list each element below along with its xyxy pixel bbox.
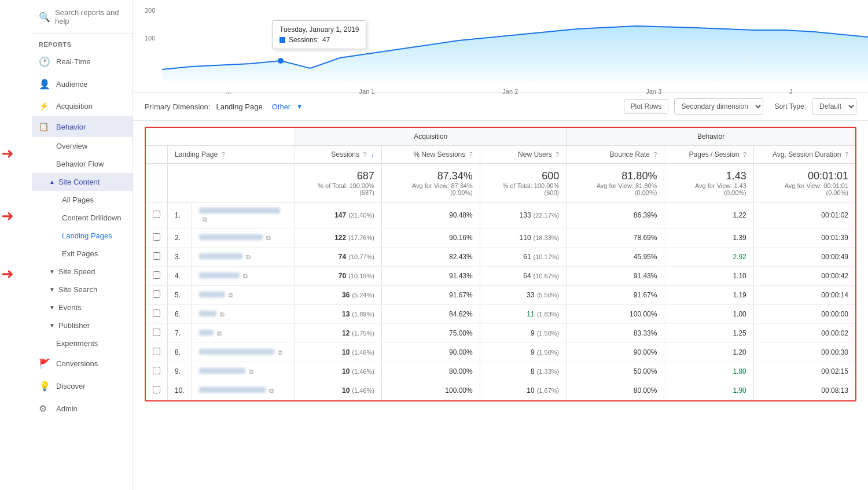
sidebar-subitem-landing-pages[interactable]: Landing Pages	[32, 227, 133, 245]
discover-icon: 💡	[39, 381, 50, 392]
row-sessions: 12(1.75%)	[295, 324, 382, 343]
landing-page-col-header[interactable]: Landing Page ?	[168, 146, 295, 164]
sidebar-subitem-behavior-flow[interactable]: Behavior Flow	[32, 155, 133, 173]
table-row: 3.⧉74(10.77%)82.43%61(10.17%)45.95%2.920…	[146, 248, 855, 267]
row-pct-new-sessions: 90.48%	[381, 202, 480, 229]
row-page[interactable]: ⧉	[192, 248, 295, 267]
row-bounce-rate: 80.00%	[567, 381, 664, 400]
expand-icon-publisher: ▼	[49, 322, 55, 329]
sessions-help-icon[interactable]: ?	[363, 151, 366, 158]
page-link-icon[interactable]: ⧉	[269, 387, 274, 394]
sidebar-parent-site-search[interactable]: ▼ Site Search	[32, 281, 133, 299]
row-checkbox[interactable]	[153, 329, 160, 336]
table-area: Acquisition Behavior Landing Page ? Ses	[133, 121, 868, 490]
row-page[interactable]: ⧉	[192, 286, 295, 305]
row-page[interactable]: ⧉	[192, 381, 295, 400]
page-link-icon[interactable]: ⧉	[243, 272, 248, 279]
page-link-icon[interactable]: ⧉	[246, 253, 251, 260]
sidebar-parent-site-content[interactable]: ▲ Site Content	[32, 173, 133, 191]
row-bounce-rate: 91.67%	[567, 286, 664, 305]
page-link-icon[interactable]: ⧉	[278, 349, 282, 356]
sidebar-parent-site-speed[interactable]: ▼ Site Speed	[32, 263, 133, 281]
x-label-j: J	[789, 88, 793, 95]
sidebar-item-discover[interactable]: 💡 Discover	[32, 375, 133, 397]
page-link-icon[interactable]: ⧉	[220, 311, 225, 318]
sidebar-label-discover: Discover	[56, 382, 86, 390]
pct-new-sessions-col-header[interactable]: % New Sessions ?	[381, 146, 480, 164]
page-link-icon[interactable]: ⧉	[217, 330, 222, 337]
sidebar: 🔍 Search reports and help REPORTS 🕐 Real…	[32, 0, 133, 490]
row-page[interactable]: ⧉	[192, 343, 295, 362]
totals-duration-sub: Avg for View: 00:01:01 (0.00%)	[761, 182, 848, 196]
row-page[interactable]: ⧉	[192, 362, 295, 381]
bounce-rate-col-header[interactable]: Bounce Rate ?	[567, 146, 664, 164]
sidebar-label-realtime: Real-Time	[56, 57, 90, 66]
sidebar-parent-events[interactable]: ▼ Events	[32, 299, 133, 316]
table-row: 10.⧉10(1.46%)100.00%10(1.67%)80.00%1.900…	[146, 381, 855, 400]
search-bar[interactable]: 🔍 Search reports and help	[32, 0, 133, 34]
row-page[interactable]: ⧉	[192, 202, 295, 229]
row-pct-new-sessions: 91.67%	[381, 286, 480, 305]
landing-page-help-icon[interactable]: ?	[221, 151, 225, 158]
sidebar-item-audience[interactable]: 👤 Audience	[32, 73, 133, 95]
sort-label: Sort Type:	[775, 102, 806, 110]
row-new-users: 9(1.50%)	[480, 343, 567, 362]
sort-type-dropdown[interactable]: Default	[812, 98, 856, 115]
sidebar-subitem-overview[interactable]: Overview	[32, 137, 133, 155]
pct-new-sessions-help-icon[interactable]: ?	[469, 151, 473, 158]
row-checkbox[interactable]	[153, 252, 160, 260]
col-headers-row: Landing Page ? Sessions ? ↓ % New Sessio…	[146, 146, 855, 164]
sidebar-subitem-all-pages[interactable]: All Pages	[32, 191, 133, 209]
bounce-rate-label: Bounce Rate	[610, 150, 650, 159]
plot-rows-button[interactable]: Plot Rows	[624, 99, 668, 114]
sidebar-label-admin: Admin	[56, 404, 78, 413]
row-checkbox[interactable]	[153, 386, 160, 393]
sidebar-subitem-exit-pages[interactable]: Exit Pages	[32, 245, 133, 263]
sidebar-item-behavior[interactable]: 📋 Behavior	[32, 116, 133, 137]
new-users-help-icon[interactable]: ?	[556, 151, 559, 158]
row-checkbox[interactable]	[153, 271, 160, 279]
row-avg-duration: 00:00:42	[753, 267, 855, 286]
row-checkbox[interactable]	[153, 233, 160, 241]
primary-dim-label: Primary Dimension:	[145, 102, 210, 111]
row-page[interactable]: ⧉	[192, 324, 295, 343]
sidebar-parent-publisher[interactable]: ▼ Publisher	[32, 316, 133, 334]
avg-duration-col-header[interactable]: Avg. Session Duration ?	[753, 146, 855, 164]
sidebar-item-acquisition[interactable]: ⚡ Acquisition	[32, 95, 133, 116]
other-link[interactable]: Other	[272, 102, 291, 111]
row-page[interactable]: ⧉	[192, 229, 295, 248]
totals-bounce-sub: Avg for View: 81.80% (0.00%)	[573, 182, 657, 196]
site-search-label: Site Search	[58, 285, 97, 294]
row-checkbox[interactable]	[153, 310, 160, 317]
sidebar-item-realtime[interactable]: 🕐 Real-Time	[32, 50, 133, 73]
avg-duration-help-icon[interactable]: ?	[845, 151, 848, 158]
page-bar	[199, 208, 280, 213]
page-link-icon[interactable]: ⧉	[266, 234, 271, 241]
totals-new-users-value: 600	[542, 170, 559, 182]
page-link-icon[interactable]: ⧉	[249, 368, 253, 375]
sidebar-item-admin[interactable]: ⚙ Admin	[32, 397, 133, 420]
sidebar-subitem-content-drilldown[interactable]: Content Drilldown	[32, 209, 133, 227]
page-link-icon[interactable]: ⧉	[229, 292, 233, 299]
new-users-col-header[interactable]: New Users ?	[480, 146, 567, 164]
x-axis-labels: ... Jan 1 Jan 2 Jan 3 J	[145, 87, 856, 95]
pages-session-help-icon[interactable]: ?	[743, 151, 746, 158]
secondary-dim-dropdown[interactable]: Secondary dimension	[674, 98, 763, 115]
row-page[interactable]: ⧉	[192, 305, 295, 324]
row-checkbox[interactable]	[153, 211, 160, 218]
sidebar-subitem-experiments[interactable]: Experiments	[32, 334, 133, 352]
pages-session-col-header[interactable]: Pages / Session ?	[664, 146, 753, 164]
sessions-col-header[interactable]: Sessions ? ↓	[295, 146, 382, 164]
bounce-rate-help-icon[interactable]: ?	[653, 151, 657, 158]
avg-duration-label: Avg. Session Duration	[773, 150, 841, 159]
row-pages-session: 1.19	[664, 286, 753, 305]
page-link-icon[interactable]: ⧉	[203, 216, 207, 223]
sidebar-item-conversions[interactable]: 🚩 Conversions	[32, 352, 133, 375]
row-checkbox[interactable]	[153, 348, 160, 355]
row-checkbox[interactable]	[153, 290, 160, 298]
row-number: 6.	[168, 305, 192, 324]
row-checkbox[interactable]	[153, 367, 160, 374]
row-page[interactable]: ⧉	[192, 267, 295, 286]
exit-pages-label: Exit Pages	[62, 249, 98, 258]
row-new-users: 9(1.50%)	[480, 324, 567, 343]
